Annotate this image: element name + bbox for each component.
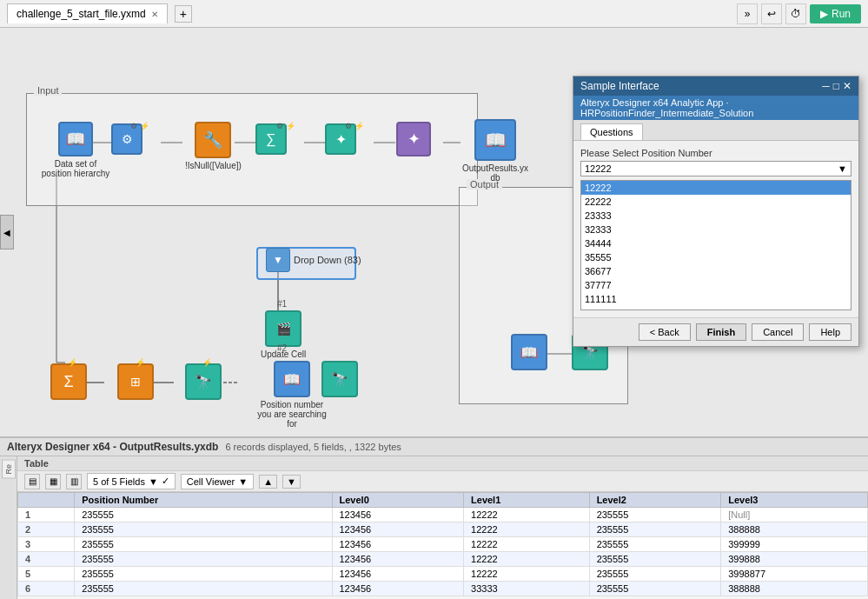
canvas-area: Input Output 📖 Data set of position hier… xyxy=(0,28,868,436)
node-join2[interactable]: ✦ xyxy=(396,122,431,156)
step-label-2: #2 xyxy=(277,343,287,353)
cell-viewer-selector[interactable]: Cell Viewer ▼ xyxy=(181,474,254,489)
node-filter[interactable]: 🔧 !IsNull([Value]) xyxy=(185,122,242,170)
dropdown-list-item[interactable]: 12222 xyxy=(581,181,851,195)
file-tab-label: challenge_5_start_file.yxmd xyxy=(17,8,146,20)
cell-level3: 388888 xyxy=(721,582,868,596)
schedule-button[interactable]: ⏱ xyxy=(785,3,806,24)
bottom-panel-title: Alteryx Designer x64 - OutputResults.yxd… xyxy=(7,441,218,453)
dialog-help-button[interactable]: Help xyxy=(809,323,851,341)
cell-record: 5 xyxy=(18,567,75,582)
node-position-num-label: Position number you are searching for xyxy=(257,400,327,429)
cell-position: 235555 xyxy=(75,508,332,522)
cell-level0: 123456 xyxy=(332,537,464,552)
dropdown-list-item[interactable]: 23333 xyxy=(581,209,851,223)
cell-position: 235555 xyxy=(75,552,332,567)
bottom-panel-meta: 6 records displayed, 5 fields, , 1322 by… xyxy=(225,442,401,452)
node-filter-label: !IsNull([Value]) xyxy=(185,161,242,170)
dropdown-list-item[interactable]: 22222 xyxy=(581,195,851,209)
bottom-side-tabs: Re xyxy=(0,456,17,599)
dialog-title: Sample Interface xyxy=(580,80,659,92)
cell-level2: 235555 xyxy=(589,552,721,567)
dropdown-list-item[interactable]: 123456 xyxy=(581,306,851,310)
node-position-num[interactable]: 📖 Position number you are searching for xyxy=(257,361,327,429)
sort-down-button[interactable]: ▼ xyxy=(282,475,301,489)
add-tab-button[interactable]: + xyxy=(175,5,192,23)
dropdown-list-item[interactable]: 36677 xyxy=(581,264,851,278)
dialog-minimize-icon[interactable]: ─ xyxy=(822,80,830,92)
fields-checkmark: ✓ xyxy=(162,476,169,487)
node-browse2[interactable]: 🔭 xyxy=(185,363,222,400)
view-btn-1[interactable]: ▤ xyxy=(24,474,40,489)
dialog-cancel-button[interactable]: Cancel xyxy=(752,323,804,341)
node-browse2-icon: 🔭 xyxy=(185,363,222,400)
col-header-level1[interactable]: Level1 xyxy=(464,493,590,508)
dialog-body: Please Select Position Number 12222 ▼ 12… xyxy=(573,141,858,317)
table-row: 1 235555 123456 12222 235555 [Null] xyxy=(18,508,868,522)
dropdown-list-item[interactable]: 32333 xyxy=(581,223,851,236)
dialog-tab-questions[interactable]: Questions xyxy=(580,123,643,140)
fields-dropdown-arrow: ▼ xyxy=(149,476,158,487)
dropdown-list-item[interactable]: 111111 xyxy=(581,292,851,306)
col-header-level2[interactable]: Level2 xyxy=(589,493,721,508)
data-table-container[interactable]: Position Number Level0 Level1 Level2 Lev… xyxy=(17,492,868,599)
node-table[interactable]: ⊞ xyxy=(117,363,154,400)
run-button[interactable]: ▶ Run xyxy=(810,4,861,23)
col-header-level3[interactable]: Level3 xyxy=(721,493,868,508)
close-tab-icon[interactable]: ✕ xyxy=(151,10,158,19)
dialog-dropdown-list[interactable]: 1222222222233333233334444355553667737777… xyxy=(580,180,851,310)
col-header-level0[interactable]: Level0 xyxy=(332,493,464,508)
dialog-maximize-icon[interactable]: □ xyxy=(833,80,839,92)
node-sum[interactable]: Σ xyxy=(50,363,87,400)
table-label: Table xyxy=(24,458,49,469)
node-badge-6: ⚡ xyxy=(202,358,212,367)
side-tab-results[interactable]: Re xyxy=(2,460,16,479)
run-icon: ▶ xyxy=(820,8,828,20)
table-header-row: Position Number Level0 Level1 Level2 Lev… xyxy=(18,493,868,508)
col-header-position[interactable]: Position Number xyxy=(75,493,332,508)
cell-level2: 235555 xyxy=(589,537,721,552)
view-btn-3[interactable]: ▥ xyxy=(66,474,82,489)
title-bar-right: » ↩ ⏱ ▶ Run xyxy=(737,3,861,24)
sort-up-button[interactable]: ▲ xyxy=(259,475,277,489)
history-button[interactable]: ↩ xyxy=(761,3,782,24)
dialog-finish-button[interactable]: Finish xyxy=(696,323,746,341)
node-badge-3: ⚙ ⚡ xyxy=(345,122,364,130)
cell-level3: 388888 xyxy=(721,522,868,537)
cell-record: 2 xyxy=(18,522,75,537)
node-browse-pos[interactable]: 🔭 xyxy=(321,361,358,397)
node-output-results-icon: 📖 xyxy=(474,119,516,161)
cell-level0: 123456 xyxy=(332,522,464,537)
node-dataset[interactable]: 📖 Data set of position hierarchy xyxy=(41,122,110,178)
table-row: 6 235555 123456 33333 235555 388888 xyxy=(18,582,868,596)
cell-level2: 235555 xyxy=(589,567,721,582)
cell-level1: 12222 xyxy=(464,508,590,522)
node-table-icon: ⊞ xyxy=(117,363,154,400)
dialog-back-button[interactable]: < Back xyxy=(639,323,691,341)
bottom-panel: Alteryx Designer x64 - OutputResults.yxd… xyxy=(0,436,868,599)
bottom-toolbar: ▤ ▦ ▥ 5 of 5 Fields ▼ ✓ Cell Viewer ▼ ▲ … xyxy=(17,471,868,492)
node-output2[interactable]: 📖 xyxy=(511,334,547,370)
file-tab[interactable]: challenge_5_start_file.yxmd ✕ xyxy=(7,3,168,23)
left-panel-toggle[interactable]: ◀ xyxy=(0,215,14,250)
sample-interface-dialog: Sample Interface ─ □ ✕ Alteryx Designer … xyxy=(573,76,859,347)
node-dropdown-icon: ▼ xyxy=(266,248,290,272)
overflow-button[interactable]: » xyxy=(737,3,758,24)
fields-selector[interactable]: 5 of 5 Fields ▼ ✓ xyxy=(87,473,176,489)
dialog-close-icon[interactable]: ✕ xyxy=(843,80,851,92)
cell-record: 4 xyxy=(18,552,75,567)
view-btn-2[interactable]: ▦ xyxy=(45,474,61,489)
col-header-record xyxy=(18,493,75,508)
node-filter-icon: 🔧 xyxy=(195,122,231,158)
table-row: 3 235555 123456 12222 235555 399999 xyxy=(18,537,868,552)
dropdown-list-item[interactable]: 34444 xyxy=(581,236,851,250)
dialog-dropdown-selector[interactable]: 12222 ▼ xyxy=(580,161,851,176)
node-dropdown[interactable]: ▼ Drop Down (83) xyxy=(266,248,361,272)
dialog-footer: < Back Finish Cancel Help xyxy=(573,317,858,346)
node-badge-1: ⚙ ⚡ xyxy=(130,122,149,130)
node-output-results[interactable]: 📖 OutputResults.yxdb xyxy=(461,119,530,183)
dropdown-list-item[interactable]: 37777 xyxy=(581,278,851,292)
table-body: 1 235555 123456 12222 235555 [Null] 2 23… xyxy=(18,508,868,596)
dropdown-list-item[interactable]: 35555 xyxy=(581,250,851,264)
node-dropdown-label: Drop Down (83) xyxy=(294,255,361,265)
